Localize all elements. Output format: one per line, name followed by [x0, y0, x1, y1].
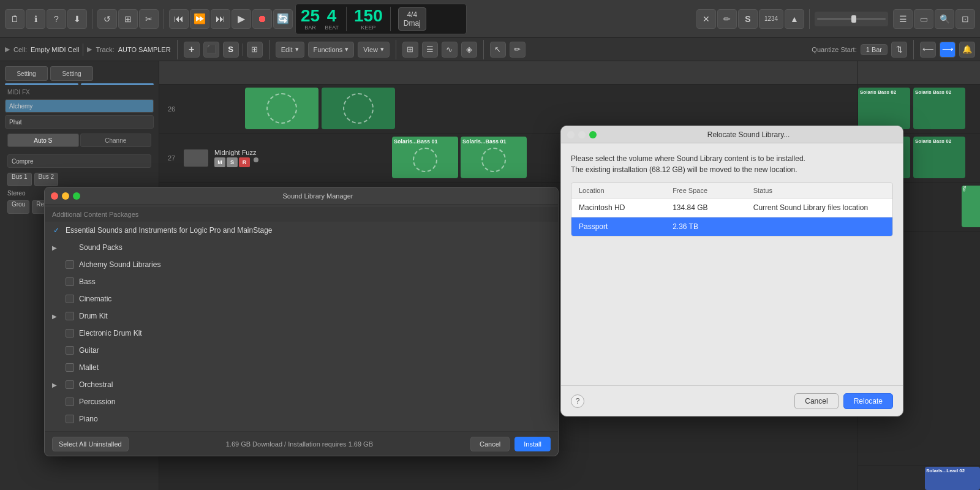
relocate-close-btn[interactable]	[567, 131, 575, 138]
layout-icon[interactable]: ⊡	[956, 9, 975, 29]
clip-bass-1[interactable]: Solaris...Bass 01	[392, 137, 458, 178]
play-btn[interactable]: ▶	[232, 9, 251, 29]
library-item-9[interactable]: ▶ Orchestral	[45, 376, 558, 393]
list-icon[interactable]: ☰	[893, 9, 913, 29]
footer-buttons: Cancel Install	[470, 437, 551, 451]
library-item-4[interactable]: Cinematic	[45, 290, 558, 307]
close-btn[interactable]	[51, 192, 58, 200]
close-x-icon[interactable]: ✕	[696, 9, 716, 29]
cycle-icon[interactable]: ↺	[97, 9, 117, 29]
library-item-5[interactable]: ▶ Drum Kit	[45, 307, 558, 325]
rewind-btn[interactable]: ⏮	[169, 9, 189, 29]
right-clip-so[interactable]: So	[962, 186, 980, 227]
library-item-3[interactable]: Bass	[45, 273, 558, 290]
pencil-icon[interactable]: ✏	[717, 9, 737, 29]
location-row-1[interactable]: Passport 2.36 TB	[571, 217, 892, 236]
pencil-tool[interactable]: ✏	[510, 42, 526, 58]
location-row-0[interactable]: Macintosh HD 134.84 GB Current Sound Lib…	[571, 198, 892, 217]
library-item-6[interactable]: Electronic Drum Kit	[45, 325, 558, 342]
phat-plugin[interactable]: Phat	[5, 115, 154, 129]
clip-bass-label-1: Solaris...Bass 01	[394, 138, 456, 145]
sound-library-cancel-btn[interactable]: Cancel	[470, 437, 510, 451]
midi-btn[interactable]: ◈	[461, 42, 477, 58]
search-icon[interactable]: 🔍	[935, 9, 954, 29]
record-btn[interactable]: ⏺	[252, 9, 272, 29]
s-region-btn[interactable]: S	[223, 42, 239, 58]
arrow-right-icon[interactable]: ⟶	[940, 42, 956, 58]
timeline-header	[159, 61, 858, 85]
view-btn[interactable]: View ▾	[358, 42, 390, 58]
loop-btn[interactable]: 🔄	[273, 9, 293, 29]
arrow-left-icon[interactable]: ⟵	[920, 42, 936, 58]
arrow-tool[interactable]: ↖	[490, 42, 506, 58]
fast-forward-btn[interactable]: ⏩	[190, 9, 209, 29]
goto-start-btn[interactable]: ⏭	[211, 9, 230, 29]
grid-view-btn[interactable]: ⊞	[402, 42, 418, 58]
library-item-0[interactable]: ✓ Essential Sounds and Instruments for L…	[45, 222, 558, 239]
right-clip-label-1: Solaris Bass 02	[860, 89, 908, 95]
relocate-btn[interactable]: Relocate	[843, 393, 893, 409]
1234-btn[interactable]: 1234	[759, 9, 783, 29]
quantize-up-icon[interactable]: ⇅	[891, 42, 907, 58]
triangle-icon[interactable]: ▲	[785, 9, 804, 29]
functions-btn[interactable]: Functions ▾	[308, 42, 355, 58]
clip-green-2[interactable]	[322, 88, 395, 129]
right-clip-bass02-4[interactable]: Solaris Bass 02	[913, 137, 965, 178]
item-label-6: Electronic Drum Kit	[79, 329, 142, 337]
select-all-btn[interactable]: Select All Uninstalled	[52, 437, 129, 451]
key-signature[interactable]: 4/4 Dmaj	[398, 7, 426, 31]
record-btn-2[interactable]: R	[239, 157, 250, 167]
solo-btn-2[interactable]: S	[227, 157, 238, 167]
track-icon[interactable]: ⊞	[247, 42, 263, 58]
relocate-cancel-btn[interactable]: Cancel	[794, 393, 838, 409]
library-item-8[interactable]: Mallet	[45, 359, 558, 376]
download-icon[interactable]: ⬇	[67, 9, 87, 29]
compre-plugin[interactable]: Compre	[7, 154, 151, 168]
slider-control[interactable]	[815, 12, 888, 26]
bell-icon[interactable]: 🔔	[959, 42, 975, 58]
grid-icon[interactable]: ⊞	[118, 9, 138, 29]
info-icon[interactable]: ℹ	[26, 9, 45, 29]
bus2-btn[interactable]: Bus 2	[34, 173, 59, 186]
maximize-btn[interactable]	[73, 192, 80, 200]
region-btn[interactable]: ⬛	[203, 42, 219, 58]
item-label-0: Essential Sounds and Instruments for Log…	[66, 226, 273, 235]
list-view-btn[interactable]: ☰	[422, 42, 438, 58]
relocate-maximize-btn[interactable]	[589, 131, 597, 138]
library-item-7[interactable]: Guitar	[45, 342, 558, 359]
bus1-btn[interactable]: Bus 1	[7, 173, 32, 186]
library-item-1[interactable]: ▶ Sound Packs	[45, 239, 558, 256]
group-btn[interactable]: Grou	[7, 200, 29, 214]
s-btn[interactable]: S	[738, 9, 758, 29]
window-icon[interactable]: ▭	[914, 9, 933, 29]
channe-tab[interactable]: Channe	[80, 134, 152, 147]
help-btn[interactable]: ?	[571, 394, 584, 408]
footer-info: 1.69 GB Download / Installation requires…	[226, 440, 373, 448]
quantize-select[interactable]: 1 Bar	[861, 44, 888, 55]
mute-btn-2[interactable]: M	[214, 157, 225, 167]
setting-btn-2[interactable]: Setting	[50, 66, 93, 81]
new-icon[interactable]: 🗒	[5, 9, 24, 29]
help-icon[interactable]: ?	[47, 9, 66, 29]
library-item-2[interactable]: Alchemy Sound Libraries	[45, 256, 558, 273]
clip-green-1[interactable]	[245, 88, 318, 129]
curve-btn[interactable]: ∿	[442, 42, 458, 58]
minimize-btn[interactable]	[62, 192, 69, 200]
sound-library-install-btn[interactable]: Install	[514, 437, 551, 451]
library-item-10[interactable]: Percussion	[45, 393, 558, 410]
right-clip-bass02-2[interactable]: Solaris Bass 02	[913, 88, 965, 129]
alchemy-plugin[interactable]: Alchemy	[5, 99, 154, 113]
setting-btn-1[interactable]: Setting	[5, 66, 48, 81]
edit-btn[interactable]: Edit ▾	[276, 42, 304, 58]
add-btn[interactable]: +	[184, 42, 200, 58]
library-item-11[interactable]: Piano	[45, 410, 558, 428]
auto-s-tab[interactable]: Auto S	[7, 134, 79, 147]
relocate-minimize-btn[interactable]	[578, 131, 586, 138]
lead-clip[interactable]: Solaris...Lead 02	[925, 467, 980, 490]
clip-bass-2[interactable]: Solaris...Bass 01	[461, 137, 527, 178]
scissors-icon[interactable]: ✂	[139, 9, 159, 29]
clip-bass-wave-2	[462, 145, 525, 175]
track-info: ▶ Track: AUTO SAMPLER	[87, 45, 170, 53]
right-clip-bass02-1[interactable]: Solaris Bass 02	[858, 88, 910, 129]
clip-bass-label-2: Solaris...Bass 01	[462, 138, 525, 145]
